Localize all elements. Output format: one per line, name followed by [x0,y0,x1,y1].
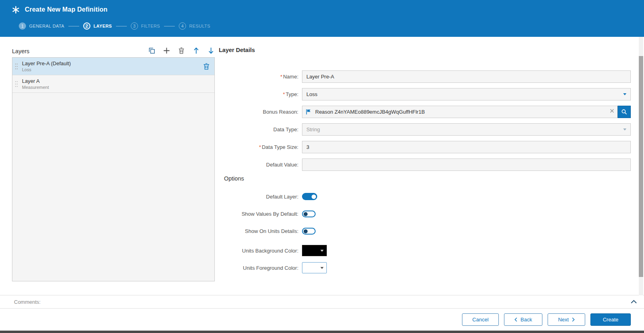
cancel-button-label: Cancel [472,317,488,323]
wizard-step-layers[interactable]: 2 LAYERS [83,22,112,30]
units-fg-color-label: Units Foreground Color: [219,265,302,271]
data-type-size-input[interactable] [302,141,631,153]
show-on-units-row: Show On Units Details: [219,228,631,235]
cancel-button[interactable]: Cancel [462,313,499,326]
drag-handle-icon[interactable] [15,62,20,71]
bonus-reason-field-row: Bonus Reason: [219,106,631,118]
comments-label: Comments: [14,299,40,305]
step-connector [116,26,127,26]
options-section: Options Default Layer: Show Values By De… [219,175,631,279]
chevron-right-icon [572,317,575,322]
units-bg-color-picker[interactable] [302,245,327,256]
search-button[interactable] [618,106,631,118]
name-input[interactable] [302,70,631,83]
create-button[interactable]: Create [590,313,631,326]
layer-item-type: Measurement [22,85,49,90]
bonus-reason-input[interactable] [302,106,618,118]
required-marker: * [259,144,261,150]
layer-item-name: Layer Pre-A (Default) [22,60,71,66]
comments-section[interactable]: Comments: [0,295,644,309]
bonus-reason-label: Bonus Reason: [219,106,302,118]
show-values-label: Show Values By Default: [219,211,302,217]
default-value-input[interactable] [302,158,631,171]
layers-toolbar [148,46,215,54]
next-button-label: Next [558,317,569,323]
layers-panel: Layers Layer Pre-A (Defaul [12,44,215,281]
layer-item-info: Layer Pre-A (Default) Loss [22,60,71,72]
required-marker: * [280,74,282,80]
step-label: LAYERS [94,24,112,28]
next-button[interactable]: Next [548,313,585,326]
data-type-size-field-row: *Data Type Size: [219,141,631,153]
chevron-down-icon[interactable] [619,88,631,100]
units-bg-color-row: Units Background Color: [219,245,631,256]
show-values-row: Show Values By Default: [219,211,631,217]
delete-layer-icon[interactable] [203,63,210,70]
flag-icon [306,109,312,116]
layer-item-info: Layer A Measurement [22,78,49,90]
step-connector [68,26,79,26]
header: Create New Map Definition 1 GENERAL DATA… [0,0,644,37]
chevron-left-icon [514,317,517,322]
layer-item-name: Layer A [22,78,49,84]
step-number: 3 [131,22,138,30]
step-number: 4 [179,22,186,30]
show-values-toggle[interactable] [302,211,316,217]
step-number: 2 [83,22,90,30]
units-fg-color-row: Units Foreground Color: [219,262,631,273]
wizard-step-general-data[interactable]: 1 GENERAL DATA [19,22,64,30]
add-icon[interactable] [162,46,170,54]
layer-list-item[interactable]: Layer A Measurement [12,75,214,93]
data-type-label: Data Type: [219,123,302,136]
data-type-size-label: *Data Type Size: [219,141,302,153]
units-fg-color-picker[interactable] [302,262,327,273]
drag-handle-icon[interactable] [15,80,20,88]
back-button[interactable]: Back [504,313,542,326]
layers-list: Layer Pre-A (Default) Loss Layer A Measu… [12,57,215,281]
default-value-label: Default Value: [219,158,302,171]
layer-details-form: *Name: *Type: Bonus Reason: Data Type: [219,70,631,176]
step-number: 1 [19,22,26,30]
layers-panel-title: Layers [12,48,30,54]
header-title-row: Create New Map Definition [0,0,644,19]
asterisk-icon [12,6,20,14]
required-marker: * [283,91,285,97]
type-select[interactable] [302,88,631,100]
layer-details-title: Layer Details [219,47,255,53]
wizard-step-filters[interactable]: 3 FILTERS [131,22,160,30]
chevron-up-icon[interactable] [631,300,637,304]
window-bottom-edge [0,331,644,333]
step-connector [164,26,175,26]
units-bg-color-label: Units Background Color: [219,248,302,254]
back-button-label: Back [520,317,532,323]
wizard-step-results[interactable]: 4 RESULTS [179,22,210,30]
clear-icon[interactable] [610,109,614,113]
vertical-scrollbar[interactable] [639,37,643,295]
create-button-label: Create [603,317,618,323]
toggle-knob [304,212,308,216]
chevron-down-icon [619,123,631,136]
default-value-field-row: Default Value: [219,158,631,171]
delete-icon[interactable] [177,46,185,54]
type-label: *Type: [219,88,302,100]
name-label: *Name: [219,70,302,83]
footer-actions: Cancel Back Next Create [0,309,644,331]
data-type-select [302,123,631,136]
page-title: Create New Map Definition [25,6,108,13]
default-layer-label: Default Layer: [219,194,302,200]
scrollbar-thumb[interactable] [639,56,643,277]
show-on-units-toggle[interactable] [302,228,316,235]
layer-list-item[interactable]: Layer Pre-A (Default) Loss [12,58,214,75]
copy-icon[interactable] [148,46,156,54]
type-field-row: *Type: [219,88,631,100]
default-layer-toggle[interactable] [302,193,317,200]
layer-item-type: Loss [22,67,71,72]
move-up-icon[interactable] [192,46,200,54]
default-layer-row: Default Layer: [219,193,631,200]
toggle-knob [312,195,316,199]
move-down-icon[interactable] [207,46,215,54]
step-label: FILTERS [141,24,160,28]
name-field-row: *Name: [219,70,631,83]
step-label: GENERAL DATA [29,24,64,28]
wizard-steps: 1 GENERAL DATA 2 LAYERS 3 FILTERS 4 RESU… [0,19,644,33]
